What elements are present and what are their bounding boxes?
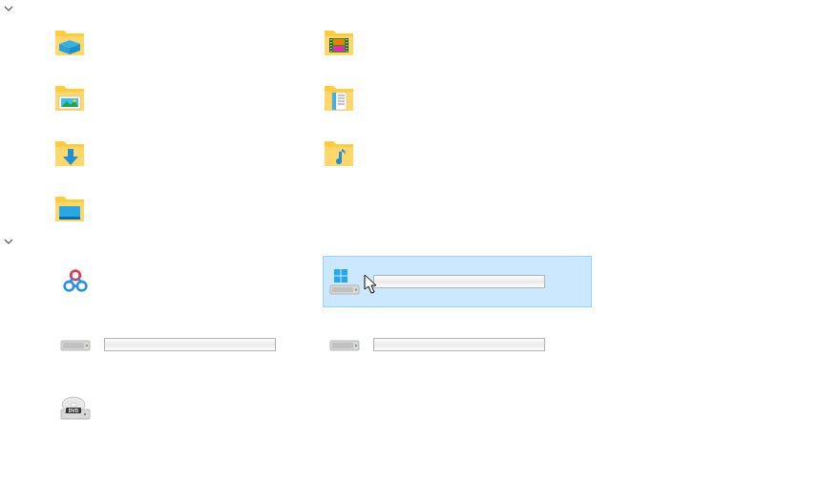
svg-rect-23 (332, 93, 336, 110)
folder-pictures[interactable] (53, 78, 323, 116)
svg-rect-8 (330, 45, 331, 46)
drive-capacity-bar (373, 338, 545, 351)
svg-point-21 (73, 99, 75, 102)
svg-rect-17 (333, 46, 345, 52)
svg-rect-9 (330, 48, 331, 49)
svg-text:DVD: DVD (69, 408, 79, 413)
folder-3d-objects[interactable] (53, 23, 323, 61)
folder-music[interactable] (323, 134, 592, 172)
windows-drive-icon (327, 264, 362, 299)
svg-point-45 (355, 345, 357, 346)
drive-dvd[interactable]: DVD (53, 382, 323, 433)
svg-rect-38 (334, 277, 341, 284)
svg-point-50 (71, 403, 76, 407)
svg-point-35 (355, 289, 357, 291)
videos-icon (323, 25, 357, 59)
hard-drive-icon (58, 327, 93, 362)
hard-drive-icon (327, 327, 362, 362)
pictures-icon (53, 80, 88, 115)
svg-point-32 (77, 282, 86, 290)
svg-rect-37 (342, 269, 348, 276)
section-header-folders[interactable] (0, 0, 821, 17)
folder-downloads[interactable] (53, 134, 323, 172)
desktop-icon (53, 191, 88, 225)
svg-rect-11 (347, 39, 347, 40)
drive-capacity-bar (373, 275, 545, 288)
svg-rect-34 (332, 287, 353, 292)
svg-point-48 (84, 413, 86, 415)
documents-icon (323, 80, 357, 115)
drive-e[interactable] (323, 319, 592, 370)
drive-d[interactable] (53, 319, 323, 370)
svg-point-31 (65, 282, 74, 290)
svg-rect-6 (330, 39, 331, 40)
svg-rect-36 (334, 269, 341, 276)
svg-rect-16 (333, 39, 345, 45)
chevron-down-icon (4, 237, 13, 246)
svg-rect-41 (63, 343, 84, 348)
drives-grid: DVD (0, 250, 821, 439)
svg-rect-13 (347, 45, 347, 46)
drive-baidu[interactable] (53, 256, 323, 307)
folder-videos[interactable] (323, 23, 592, 61)
svg-rect-12 (347, 42, 347, 43)
folders-grid (0, 17, 821, 233)
svg-rect-44 (332, 343, 353, 348)
svg-rect-7 (330, 42, 331, 43)
3d-objects-icon (53, 25, 88, 59)
svg-rect-14 (347, 48, 347, 49)
dvd-drive-icon: DVD (58, 390, 93, 425)
drive-capacity-bar (104, 338, 276, 351)
svg-rect-29 (59, 217, 80, 220)
folder-desktop[interactable] (53, 189, 323, 227)
svg-point-42 (86, 345, 88, 346)
music-icon (323, 136, 357, 170)
downloads-icon (53, 136, 88, 170)
svg-rect-10 (330, 51, 331, 52)
chevron-down-icon (4, 4, 13, 13)
baidu-netdisk-icon (58, 264, 93, 299)
svg-rect-15 (347, 51, 347, 52)
svg-rect-39 (342, 277, 348, 284)
section-header-drives[interactable] (0, 233, 821, 250)
folder-documents[interactable] (323, 78, 592, 116)
drive-c[interactable] (323, 256, 592, 307)
